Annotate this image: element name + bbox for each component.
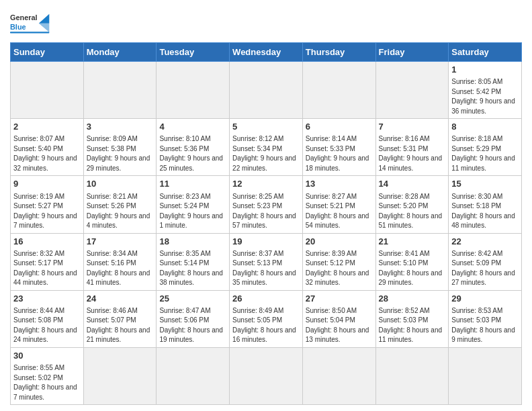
day-number: 19 — [232, 236, 300, 248]
calendar-cell: 20Sunrise: 8:39 AM Sunset: 5:12 PM Dayli… — [302, 233, 375, 290]
day-number: 4 — [159, 121, 226, 133]
logo: General Blue — [10, 7, 57, 37]
calendar-cell — [157, 62, 230, 119]
day-number: 14 — [379, 178, 446, 190]
cell-info: Sunrise: 8:44 AM Sunset: 5:08 PM Dayligh… — [13, 306, 81, 345]
day-number: 9 — [13, 178, 81, 190]
weekday-header-tuesday: Tuesday — [157, 43, 230, 62]
calendar-cell: 6Sunrise: 8:14 AM Sunset: 5:33 PM Daylig… — [302, 119, 375, 176]
cell-info: Sunrise: 8:35 AM Sunset: 5:14 PM Dayligh… — [159, 249, 226, 288]
cell-info: Sunrise: 8:37 AM Sunset: 5:13 PM Dayligh… — [232, 249, 300, 288]
svg-rect-4 — [10, 32, 49, 33]
weekday-header-wednesday: Wednesday — [230, 43, 303, 62]
cell-info: Sunrise: 8:07 AM Sunset: 5:40 PM Dayligh… — [13, 134, 81, 173]
day-number: 16 — [13, 236, 81, 248]
header: General Blue — [10, 7, 522, 37]
cell-info: Sunrise: 8:28 AM Sunset: 5:20 PM Dayligh… — [379, 192, 446, 231]
day-number: 21 — [379, 236, 446, 248]
cell-info: Sunrise: 8:49 AM Sunset: 5:05 PM Dayligh… — [232, 306, 300, 345]
day-number: 22 — [451, 236, 519, 248]
calendar-cell: 7Sunrise: 8:16 AM Sunset: 5:31 PM Daylig… — [375, 119, 449, 176]
cell-info: Sunrise: 8:18 AM Sunset: 5:29 PM Dayligh… — [451, 134, 519, 173]
week-row-2: 9Sunrise: 8:19 AM Sunset: 5:27 PM Daylig… — [11, 176, 522, 233]
cell-info: Sunrise: 8:39 AM Sunset: 5:12 PM Dayligh… — [306, 249, 373, 288]
cell-info: Sunrise: 8:10 AM Sunset: 5:36 PM Dayligh… — [159, 134, 226, 173]
calendar-cell: 13Sunrise: 8:27 AM Sunset: 5:21 PM Dayli… — [302, 176, 375, 233]
weekday-header-thursday: Thursday — [302, 43, 375, 62]
cell-info: Sunrise: 8:32 AM Sunset: 5:17 PM Dayligh… — [13, 249, 81, 288]
cell-info: Sunrise: 8:30 AM Sunset: 5:18 PM Dayligh… — [451, 192, 519, 231]
calendar-cell: 27Sunrise: 8:50 AM Sunset: 5:04 PM Dayli… — [302, 290, 375, 347]
day-number: 11 — [159, 178, 226, 190]
logo-svg: General Blue — [10, 7, 57, 37]
cell-info: Sunrise: 8:53 AM Sunset: 5:03 PM Dayligh… — [451, 306, 519, 345]
cell-info: Sunrise: 8:25 AM Sunset: 5:23 PM Dayligh… — [232, 192, 300, 231]
day-number: 20 — [306, 236, 373, 248]
day-number: 30 — [13, 350, 81, 362]
cell-info: Sunrise: 8:12 AM Sunset: 5:34 PM Dayligh… — [232, 134, 300, 173]
cell-info: Sunrise: 8:27 AM Sunset: 5:21 PM Dayligh… — [306, 192, 373, 231]
calendar-cell — [375, 62, 449, 119]
calendar-cell — [11, 62, 84, 119]
weekday-header-friday: Friday — [375, 43, 449, 62]
calendar-cell: 18Sunrise: 8:35 AM Sunset: 5:14 PM Dayli… — [157, 233, 230, 290]
day-number: 25 — [159, 293, 226, 305]
week-row-1: 2Sunrise: 8:07 AM Sunset: 5:40 PM Daylig… — [11, 119, 522, 176]
calendar-cell: 15Sunrise: 8:30 AM Sunset: 5:18 PM Dayli… — [449, 176, 522, 233]
calendar-cell: 3Sunrise: 8:09 AM Sunset: 5:38 PM Daylig… — [83, 119, 157, 176]
calendar-cell: 5Sunrise: 8:12 AM Sunset: 5:34 PM Daylig… — [230, 119, 303, 176]
calendar-cell: 26Sunrise: 8:49 AM Sunset: 5:05 PM Dayli… — [230, 290, 303, 347]
cell-info: Sunrise: 8:09 AM Sunset: 5:38 PM Dayligh… — [87, 134, 154, 173]
calendar-cell: 21Sunrise: 8:41 AM Sunset: 5:10 PM Dayli… — [375, 233, 449, 290]
calendar-cell — [449, 347, 522, 404]
calendar-cell: 1Sunrise: 8:05 AM Sunset: 5:42 PM Daylig… — [449, 62, 522, 119]
cell-info: Sunrise: 8:34 AM Sunset: 5:16 PM Dayligh… — [87, 249, 154, 288]
day-number: 18 — [159, 236, 226, 248]
day-number: 17 — [87, 236, 154, 248]
calendar-cell: 14Sunrise: 8:28 AM Sunset: 5:20 PM Dayli… — [375, 176, 449, 233]
cell-info: Sunrise: 8:19 AM Sunset: 5:27 PM Dayligh… — [13, 192, 81, 231]
cell-info: Sunrise: 8:52 AM Sunset: 5:03 PM Dayligh… — [379, 306, 446, 345]
day-number: 24 — [87, 293, 154, 305]
calendar: SundayMondayTuesdayWednesdayThursdayFrid… — [10, 42, 522, 405]
calendar-cell: 10Sunrise: 8:21 AM Sunset: 5:26 PM Dayli… — [83, 176, 157, 233]
calendar-cell — [83, 62, 157, 119]
day-number: 26 — [232, 293, 300, 305]
cell-info: Sunrise: 8:42 AM Sunset: 5:09 PM Dayligh… — [451, 249, 519, 288]
day-number: 27 — [306, 293, 373, 305]
day-number: 3 — [87, 121, 154, 133]
day-number: 23 — [13, 293, 81, 305]
calendar-cell: 8Sunrise: 8:18 AM Sunset: 5:29 PM Daylig… — [449, 119, 522, 176]
day-number: 7 — [379, 121, 446, 133]
calendar-cell — [302, 347, 375, 404]
day-number: 10 — [87, 178, 154, 190]
cell-info: Sunrise: 8:47 AM Sunset: 5:06 PM Dayligh… — [159, 306, 226, 345]
calendar-cell: 2Sunrise: 8:07 AM Sunset: 5:40 PM Daylig… — [11, 119, 84, 176]
calendar-cell: 16Sunrise: 8:32 AM Sunset: 5:17 PM Dayli… — [11, 233, 84, 290]
calendar-cell: 4Sunrise: 8:10 AM Sunset: 5:36 PM Daylig… — [157, 119, 230, 176]
weekday-header-saturday: Saturday — [449, 43, 522, 62]
calendar-cell: 22Sunrise: 8:42 AM Sunset: 5:09 PM Dayli… — [449, 233, 522, 290]
weekday-header-row: SundayMondayTuesdayWednesdayThursdayFrid… — [11, 43, 522, 62]
week-row-4: 23Sunrise: 8:44 AM Sunset: 5:08 PM Dayli… — [11, 290, 522, 347]
calendar-cell: 19Sunrise: 8:37 AM Sunset: 5:13 PM Dayli… — [230, 233, 303, 290]
day-number: 13 — [306, 178, 373, 190]
calendar-cell — [83, 347, 157, 404]
calendar-cell: 12Sunrise: 8:25 AM Sunset: 5:23 PM Dayli… — [230, 176, 303, 233]
calendar-cell: 30Sunrise: 8:55 AM Sunset: 5:02 PM Dayli… — [11, 347, 84, 404]
cell-info: Sunrise: 8:46 AM Sunset: 5:07 PM Dayligh… — [87, 306, 154, 345]
weekday-header-sunday: Sunday — [11, 43, 84, 62]
cell-info: Sunrise: 8:55 AM Sunset: 5:02 PM Dayligh… — [13, 363, 81, 402]
day-number: 29 — [451, 293, 519, 305]
calendar-cell: 23Sunrise: 8:44 AM Sunset: 5:08 PM Dayli… — [11, 290, 84, 347]
week-row-0: 1Sunrise: 8:05 AM Sunset: 5:42 PM Daylig… — [11, 62, 522, 119]
day-number: 12 — [232, 178, 300, 190]
page: General Blue SundayMondayTuesdayWednesda… — [0, 0, 532, 411]
week-row-3: 16Sunrise: 8:32 AM Sunset: 5:17 PM Dayli… — [11, 233, 522, 290]
week-row-5: 30Sunrise: 8:55 AM Sunset: 5:02 PM Dayli… — [11, 347, 522, 404]
day-number: 6 — [306, 121, 373, 133]
svg-text:General: General — [10, 13, 38, 21]
calendar-cell: 24Sunrise: 8:46 AM Sunset: 5:07 PM Dayli… — [83, 290, 157, 347]
cell-info: Sunrise: 8:41 AM Sunset: 5:10 PM Dayligh… — [379, 249, 446, 288]
calendar-cell: 25Sunrise: 8:47 AM Sunset: 5:06 PM Dayli… — [157, 290, 230, 347]
